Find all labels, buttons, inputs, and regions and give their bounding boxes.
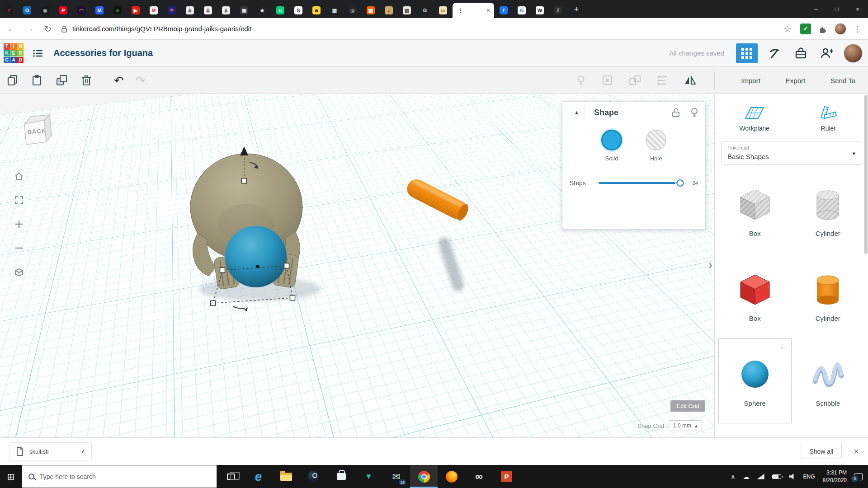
duplicate-button[interactable]	[55, 74, 69, 87]
tab-youtube[interactable]: ▶	[127, 3, 145, 18]
maximize-button[interactable]: □	[826, 0, 847, 18]
site-info-lock-icon[interactable]	[61, 25, 68, 33]
tab-figure-2[interactable]: ♟	[199, 3, 217, 18]
3d-viewport[interactable]: BACK › Edit Grid Snap Grid	[0, 94, 714, 437]
tray-expand-icon[interactable]: ∧	[731, 473, 735, 480]
firefox-icon[interactable]	[438, 465, 465, 488]
powerpoint-icon[interactable]: P	[493, 465, 520, 488]
tab-figure-1[interactable]: ♟	[181, 3, 199, 18]
hide-selection-button[interactable]	[601, 74, 614, 87]
solid-swatch[interactable]	[601, 130, 622, 150]
tab-pinterest[interactable]: P	[54, 3, 72, 18]
sidebar-collapse-chevron[interactable]: ›	[708, 258, 712, 272]
brick-export-button[interactable]	[791, 44, 810, 63]
store-icon[interactable]	[327, 465, 355, 488]
window-close-button[interactable]: ×	[847, 0, 868, 18]
extensions-puzzle-icon[interactable]	[818, 24, 827, 33]
tab-outlook[interactable]: O	[18, 3, 36, 18]
scrollbar-thumb[interactable]	[864, 95, 868, 254]
cylinder-model[interactable]	[404, 176, 471, 223]
tab-piano-2[interactable]: ▥	[398, 3, 416, 18]
tab-medium[interactable]: M	[90, 3, 108, 18]
search-input[interactable]	[40, 473, 210, 480]
export-button[interactable]: Export	[773, 77, 818, 84]
workplane-tool[interactable]: Workplane	[717, 104, 792, 132]
browser-menu-icon[interactable]: ⋮	[854, 24, 862, 34]
active-tab-tinkercad[interactable]: ⋮ ×	[453, 3, 494, 18]
taskbar-search[interactable]	[22, 465, 217, 488]
download-item[interactable]: skull.stl ∧	[9, 442, 92, 460]
tab-google[interactable]: G	[513, 3, 531, 18]
tab-wikipedia[interactable]: W	[531, 3, 549, 18]
new-tab-button[interactable]: +	[570, 3, 583, 16]
clock[interactable]: 3:31 PM 8/20/2020	[823, 469, 847, 483]
tab-piano[interactable]: ▥	[326, 3, 344, 18]
hole-swatch[interactable]	[646, 130, 666, 150]
fit-view-button[interactable]	[10, 191, 28, 209]
bookmark-star-icon[interactable]: ☆	[782, 23, 793, 34]
shape-sphere[interactable]: ☆ Sphere	[718, 338, 792, 423]
hole-option[interactable]: Hole	[646, 130, 666, 162]
shape-cylinder-striped[interactable]: Cylinder	[792, 169, 865, 253]
steps-slider-knob[interactable]	[676, 179, 684, 187]
shape-cylinder-orange[interactable]: Cylinder	[792, 253, 865, 338]
sidebar-scrollbar[interactable]	[864, 94, 868, 437]
predator-icon[interactable]: ▼	[355, 465, 382, 488]
tab-close-icon[interactable]: ×	[486, 7, 490, 14]
home-view-button[interactable]	[10, 167, 28, 185]
tab-monitor[interactable]: ◠	[72, 3, 90, 18]
sphere-model-selected[interactable]	[225, 226, 287, 287]
delete-button[interactable]	[80, 74, 92, 87]
lock-icon[interactable]	[671, 107, 681, 118]
tab-camel[interactable]: ω	[434, 3, 452, 18]
tab-facebook[interactable]: f	[495, 3, 513, 18]
network-icon[interactable]	[757, 474, 764, 479]
tab-figure-3[interactable]: ♟	[217, 3, 235, 18]
favorite-star-icon[interactable]: ☆	[779, 342, 786, 352]
share-invite-button[interactable]	[817, 44, 836, 63]
chrome-icon[interactable]	[410, 465, 438, 488]
extension-check-icon[interactable]: ✓	[800, 23, 811, 34]
designs-menu-button[interactable]	[29, 44, 47, 62]
download-caret-icon[interactable]: ∧	[81, 448, 85, 455]
import-button[interactable]: Import	[728, 77, 773, 84]
steps-slider[interactable]	[599, 182, 681, 184]
mail-icon[interactable]: ✉ 16	[382, 465, 410, 488]
undo-button[interactable]: ↶	[114, 74, 124, 88]
show-all-hidden-button[interactable]	[575, 74, 587, 87]
ruler-tool[interactable]: Ruler	[792, 104, 866, 132]
shape-scribble[interactable]: Scribble	[792, 338, 865, 423]
zoom-in-button[interactable]	[10, 215, 28, 233]
steam-icon[interactable]	[300, 465, 327, 488]
solid-option[interactable]: Solid	[601, 130, 622, 162]
shape-box-striped[interactable]: Box	[718, 169, 792, 253]
edit-grid-button[interactable]: Edit Grid	[670, 400, 705, 412]
blocks-view-button[interactable]	[736, 43, 758, 63]
tab-kickstarter[interactable]: u	[271, 3, 289, 18]
capture-app-icon[interactable]: ∞	[465, 465, 493, 488]
copy-button[interactable]	[6, 74, 19, 87]
start-button[interactable]: ⊞	[0, 465, 22, 488]
tab-globe[interactable]: ◎	[344, 3, 362, 18]
tab-slack-2[interactable]: S	[289, 3, 307, 18]
onedrive-cloud-icon[interactable]: ☁	[743, 473, 750, 480]
redo-button[interactable]: ↷	[136, 74, 146, 88]
tab-flag[interactable]: ⚑	[163, 3, 181, 18]
send-to-button[interactable]: Send To	[818, 77, 868, 84]
url-text[interactable]: tinkercad.com/things/gQVLPRBmoip-grand-j…	[72, 25, 251, 33]
tab-smiley[interactable]: ☻	[307, 3, 326, 18]
snap-grid-select[interactable]: 1.0 mm ▴	[669, 420, 702, 431]
back-icon[interactable]: ←	[6, 23, 17, 34]
refresh-icon[interactable]: ↻	[42, 23, 53, 34]
tab-music[interactable]: ♪	[380, 3, 398, 18]
show-all-downloads-button[interactable]: Show all	[801, 444, 842, 459]
perspective-toggle-button[interactable]	[10, 263, 28, 281]
panel-collapse-button[interactable]: ▲	[569, 106, 585, 119]
omnibox[interactable]: tinkercad.com/things/gQVLPRBmoip-grand-j…	[61, 25, 775, 33]
paste-button[interactable]	[31, 74, 43, 87]
lightbulb-icon[interactable]	[690, 107, 699, 118]
download-bar-close-icon[interactable]: ×	[854, 446, 859, 457]
minecraft-export-button[interactable]	[765, 44, 784, 63]
minimize-button[interactable]: –	[806, 0, 826, 18]
zoom-out-button[interactable]	[10, 239, 28, 257]
